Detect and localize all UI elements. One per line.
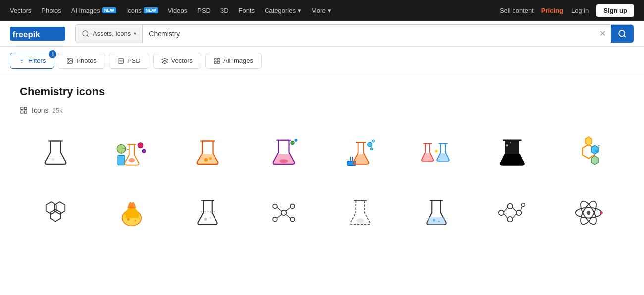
svg-line-72 bbox=[286, 208, 291, 211]
svg-point-29 bbox=[204, 158, 208, 162]
svg-point-66 bbox=[281, 210, 287, 216]
svg-rect-17 bbox=[21, 111, 23, 113]
psd-icon: PSD bbox=[117, 58, 124, 64]
more-chevron-icon: ▾ bbox=[328, 7, 331, 14]
icon-card[interactable] bbox=[20, 185, 91, 240]
svg-line-87 bbox=[504, 214, 508, 218]
nav-item-psd[interactable]: PSD bbox=[197, 7, 211, 14]
vectors-icon bbox=[161, 58, 168, 64]
filters-button[interactable]: Filters 1 bbox=[10, 53, 54, 69]
svg-point-76 bbox=[356, 218, 364, 223]
search-type-label: Assets, Icons bbox=[93, 30, 131, 37]
svg-marker-47 bbox=[585, 137, 592, 146]
nav-item-fonts[interactable]: Fonts bbox=[239, 7, 255, 14]
photos-filter-label: Photos bbox=[76, 57, 96, 64]
nav-item-3d[interactable]: 3D bbox=[220, 7, 229, 14]
svg-rect-16 bbox=[24, 107, 27, 110]
vectors-filter-label: Vectors bbox=[171, 57, 193, 64]
icon-card[interactable] bbox=[401, 185, 472, 240]
nav-item-photos[interactable]: Photos bbox=[41, 7, 61, 14]
logo[interactable]: freepik bbox=[10, 27, 65, 41]
search-type-selector[interactable]: Assets, Icons ▾ bbox=[76, 25, 143, 43]
search-input[interactable] bbox=[143, 30, 594, 38]
icon-card[interactable]: H C bbox=[553, 126, 624, 180]
svg-rect-12 bbox=[217, 58, 219, 60]
icon-card[interactable] bbox=[477, 126, 548, 180]
icon-card[interactable] bbox=[20, 126, 91, 180]
svg-point-61 bbox=[124, 215, 126, 217]
search-container: Assets, Icons ▾ ✕ bbox=[75, 24, 634, 43]
icon-card[interactable] bbox=[324, 126, 396, 180]
svg-point-20 bbox=[51, 158, 54, 161]
all-images-filter-button[interactable]: All images bbox=[205, 53, 262, 69]
svg-point-33 bbox=[291, 141, 294, 145]
svg-point-80 bbox=[499, 210, 504, 216]
svg-text:freepik: freepik bbox=[13, 29, 41, 39]
svg-text:C: C bbox=[598, 144, 600, 148]
svg-point-34 bbox=[295, 139, 297, 141]
svg-point-69 bbox=[273, 217, 277, 222]
all-images-filter-label: All images bbox=[223, 57, 253, 64]
svg-point-45 bbox=[510, 142, 512, 144]
nav-item-ai-images[interactable]: AI images NEW bbox=[71, 7, 116, 14]
icon-card[interactable] bbox=[96, 126, 167, 180]
search-submit-button[interactable] bbox=[611, 25, 634, 43]
svg-line-74 bbox=[286, 215, 291, 218]
svg-line-73 bbox=[277, 215, 282, 218]
svg-point-81 bbox=[508, 204, 513, 209]
svg-line-89 bbox=[521, 207, 522, 211]
svg-point-84 bbox=[522, 203, 525, 207]
icons-badge: NEW bbox=[144, 7, 158, 13]
icon-grid-row2 bbox=[20, 185, 624, 240]
nav-item-icons[interactable]: Icons NEW bbox=[126, 7, 158, 14]
sell-content-link[interactable]: Sell content bbox=[500, 7, 534, 14]
vectors-filter-button[interactable]: Vectors bbox=[153, 53, 201, 69]
psd-filter-button[interactable]: PSD PSD bbox=[109, 53, 149, 69]
svg-point-68 bbox=[290, 204, 295, 209]
svg-point-93 bbox=[587, 211, 591, 215]
nav-item-vectors[interactable]: Vectors bbox=[10, 7, 31, 14]
all-images-icon bbox=[214, 58, 220, 64]
categories-chevron-icon: ▾ bbox=[298, 7, 301, 14]
svg-rect-13 bbox=[215, 61, 216, 63]
svg-point-64 bbox=[204, 218, 207, 221]
main-content: Chemistry icons Icons 25k bbox=[0, 75, 644, 250]
login-link[interactable]: Log in bbox=[571, 7, 589, 14]
icon-card[interactable] bbox=[248, 126, 320, 180]
svg-line-85 bbox=[504, 208, 508, 212]
icon-card[interactable] bbox=[96, 185, 167, 240]
nav-label-ai: AI images bbox=[71, 7, 100, 14]
svg-text:PSD: PSD bbox=[119, 60, 124, 62]
top-nav: Vectors Photos AI images NEW Icons NEW V… bbox=[0, 0, 644, 21]
nav-item-more[interactable]: More ▾ bbox=[311, 7, 331, 14]
svg-point-79 bbox=[438, 221, 440, 223]
icon-card[interactable] bbox=[324, 185, 396, 240]
icon-card[interactable] bbox=[172, 185, 244, 240]
signup-button[interactable]: Sign up bbox=[596, 4, 634, 17]
result-count: 25k bbox=[52, 107, 62, 114]
icon-card[interactable] bbox=[401, 126, 472, 180]
search-clear-button[interactable]: ✕ bbox=[594, 29, 611, 38]
svg-point-39 bbox=[370, 148, 373, 150]
filter-badge: 1 bbox=[49, 50, 56, 58]
svg-line-86 bbox=[513, 208, 516, 212]
search-submit-icon bbox=[618, 29, 627, 38]
photos-filter-button[interactable]: Photos bbox=[58, 53, 105, 69]
icon-card[interactable] bbox=[477, 185, 548, 240]
filter-bar: Filters 1 Photos PSD PSD Vectors All ima… bbox=[0, 47, 644, 75]
icon-card[interactable] bbox=[172, 126, 244, 180]
svg-point-8 bbox=[68, 59, 69, 60]
svg-marker-49 bbox=[591, 156, 598, 165]
svg-line-53 bbox=[594, 148, 595, 148]
freepik-logo-icon: freepik bbox=[10, 27, 65, 41]
svg-point-26 bbox=[142, 149, 146, 153]
icon-card[interactable] bbox=[553, 185, 624, 240]
nav-item-videos[interactable]: Videos bbox=[168, 7, 188, 14]
icon-grid-row1: H C bbox=[20, 126, 624, 180]
svg-point-59 bbox=[127, 218, 129, 221]
result-info: Icons 25k bbox=[20, 106, 624, 114]
nav-item-categories[interactable]: Categories ▾ bbox=[265, 7, 301, 14]
svg-line-71 bbox=[277, 208, 282, 211]
icon-card[interactable] bbox=[248, 185, 320, 240]
pricing-link[interactable]: Pricing bbox=[541, 7, 563, 14]
